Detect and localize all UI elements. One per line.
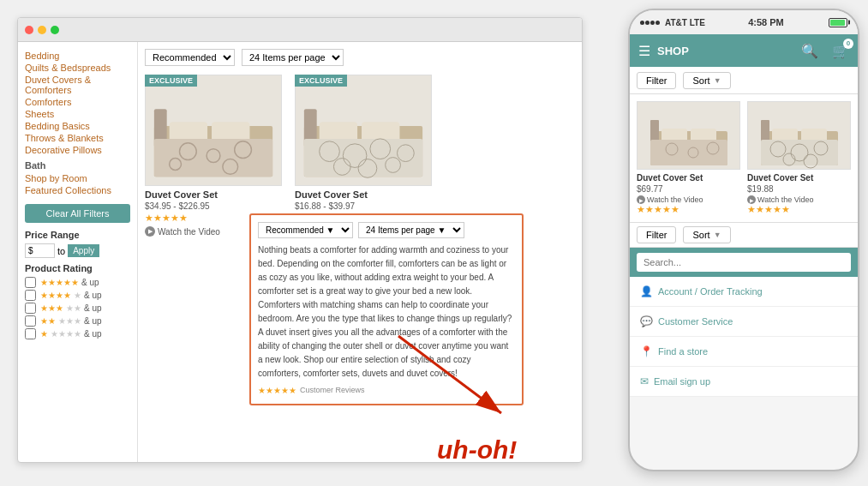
rating-checkbox-3[interactable] (25, 303, 36, 314)
product-rating-label: Product Rating (25, 263, 130, 273)
price-from-input[interactable] (25, 243, 55, 258)
phone-watch-video-label-2: Watch the Video (757, 195, 814, 204)
phone-watch-video-1[interactable]: ▶ Watch the Video (637, 195, 740, 204)
product-card-1: EXCLUSIVE (145, 75, 282, 237)
rating-label-5: & up (81, 278, 99, 287)
signal-dots (640, 21, 660, 25)
menu-item-account[interactable]: 👤 Account / Order Tracking (630, 277, 858, 307)
mobile-phone: AT&T LTE 4:58 PM ☰ SHOP 🔍 🛒 0 Filter Sor… (628, 9, 859, 471)
sidebar-link-duvet[interactable]: Duvet Covers & Comforters (25, 75, 130, 95)
phone-product-card-1: Duvet Cover Set $69.77 ▶ Watch the Video… (637, 101, 740, 215)
battery-icon (829, 18, 847, 27)
stars-1-empty: ★★★★ (51, 329, 81, 339)
phone-product-stars-1: ★★★★★ (637, 204, 740, 215)
stars-3: ★★★ (40, 303, 63, 313)
mobile-filter-button[interactable]: Filter (637, 72, 676, 89)
mobile-sort-button[interactable]: Sort ▼ (683, 72, 730, 89)
sort-chevron-icon-2: ▼ (714, 231, 721, 239)
product-image-2 (295, 75, 432, 186)
cart-badge: 0 (843, 39, 853, 49)
annotation-arrow-svg (390, 327, 527, 439)
product-image-1 (145, 75, 282, 186)
mobile-filter-button-2[interactable]: Filter (637, 226, 676, 243)
product-badge-2: EXCLUSIVE (295, 75, 347, 87)
sidebar-link-featured[interactable]: Featured Collections (25, 185, 130, 195)
sidebar-link-comforters[interactable]: Comforters (25, 97, 130, 107)
sidebar-link-shop-by-room[interactable]: Shop by Room (25, 173, 130, 183)
menu-item-email-label: Email sign up (654, 376, 710, 387)
menu-item-customer-service[interactable]: 💬 Customer Service (630, 307, 858, 337)
sidebar-link-throws[interactable]: Throws & Blankets (25, 133, 130, 143)
stars-1: ★ (40, 329, 48, 339)
rating-row-2: ★★★★★ & up (25, 315, 130, 327)
mobile-sort-button-2[interactable]: Sort ▼ (683, 226, 730, 243)
sidebar: Bedding Quilts & Bedspreads Duvet Covers… (18, 42, 138, 462)
signal-area: AT&T LTE (640, 18, 705, 27)
rating-label-3: & up (84, 303, 102, 313)
phone-menu-items: 👤 Account / Order Tracking 💬 Customer Se… (630, 277, 858, 397)
price-range-row: to Apply (25, 243, 130, 258)
clear-filters-button[interactable]: Clear All Filters (25, 204, 130, 223)
phone-product-price-2: $19.88 (747, 184, 851, 194)
rating-checkbox-2[interactable] (25, 315, 36, 327)
phone-search-bar (630, 248, 858, 277)
menu-item-account-label: Account / Order Tracking (658, 286, 763, 297)
status-time: 4:58 PM (748, 17, 784, 27)
browser-chrome-bar (18, 18, 582, 42)
phone-play-icon-1: ▶ (637, 195, 645, 204)
product-price-1: $34.95 - $226.95 (145, 201, 282, 211)
phone-product-title-2: Duvet Cover Set (747, 173, 851, 183)
apply-price-button[interactable]: Apply (68, 244, 99, 257)
tooltip-review-link[interactable]: Customer Reviews (300, 385, 365, 397)
stars-3-empty: ★★ (66, 303, 81, 313)
tooltip-sort-select[interactable]: Recommended ▼ (258, 222, 353, 238)
items-per-page-select[interactable]: 24 Items per page (242, 49, 344, 66)
signal-dot-1 (640, 21, 644, 25)
price-to-label: to (57, 246, 65, 256)
phone-play-icon-2: ▶ (747, 195, 756, 204)
tooltip-stars: ★★★★★ (258, 384, 296, 397)
product-title-1: Duvet Cover Set (145, 189, 282, 200)
sidebar-link-bedding[interactable]: Bedding (25, 51, 130, 61)
rating-checkbox-5[interactable] (25, 277, 36, 288)
phone-watch-video-2[interactable]: ▶ Watch the Video (747, 195, 851, 204)
search-icon[interactable]: 🔍 (801, 43, 818, 59)
bed-svg-1 (146, 75, 281, 186)
signal-dot-3 (650, 21, 655, 25)
maximize-dot (51, 26, 59, 34)
rating-label-2: & up (84, 316, 102, 326)
uh-oh-annotation: uh-oh! (437, 435, 517, 465)
carrier-label: AT&T LTE (665, 18, 705, 27)
rating-row-3: ★★★★★ & up (25, 303, 130, 314)
sort-bar: Recommended 24 Items per page (145, 49, 575, 66)
menu-item-find-store[interactable]: 📍 Find a store (630, 337, 858, 367)
phone-product-title-1: Duvet Cover Set (637, 173, 740, 183)
tooltip-items-select[interactable]: 24 Items per page ▼ (358, 222, 464, 238)
phone-status-bar: AT&T LTE 4:58 PM (630, 10, 858, 34)
menu-item-email[interactable]: ✉ Email sign up (630, 367, 858, 397)
rating-checkbox-1[interactable] (25, 328, 36, 339)
cart-icon-wrap[interactable]: 🛒 0 (832, 43, 849, 59)
sidebar-link-quilts[interactable]: Quilts & Bedspreads (25, 63, 130, 73)
tooltip-sort-bar: Recommended ▼ 24 Items per page ▼ (258, 222, 515, 238)
rating-label-4: & up (84, 291, 102, 300)
minimize-dot (38, 26, 46, 34)
sidebar-link-pillows[interactable]: Decorative Pillows (25, 145, 130, 155)
svg-rect-4 (154, 139, 272, 177)
watch-video-label-1: Watch the Video (158, 227, 220, 237)
rating-row-5: ★★★★★ & up (25, 277, 130, 288)
phone-filter-bar-2: Filter Sort ▼ (630, 222, 858, 248)
battery-fill (830, 20, 845, 26)
phone-product-stars-2: ★★★★★ (747, 204, 851, 215)
rating-checkbox-4[interactable] (25, 290, 36, 301)
svg-line-40 (398, 336, 501, 413)
rating-row-4: ★★★★★ & up (25, 290, 130, 301)
sort-btn-label-2: Sort (692, 230, 709, 240)
sort-select[interactable]: Recommended (145, 49, 235, 66)
sidebar-link-bedding-basics[interactable]: Bedding Basics (25, 121, 130, 131)
product-title-2: Duvet Cover Set (295, 189, 432, 200)
sort-btn-label: Sort (692, 75, 709, 86)
sidebar-link-sheets[interactable]: Sheets (25, 109, 130, 119)
hamburger-icon[interactable]: ☰ (638, 43, 650, 59)
phone-search-input[interactable] (637, 253, 851, 272)
